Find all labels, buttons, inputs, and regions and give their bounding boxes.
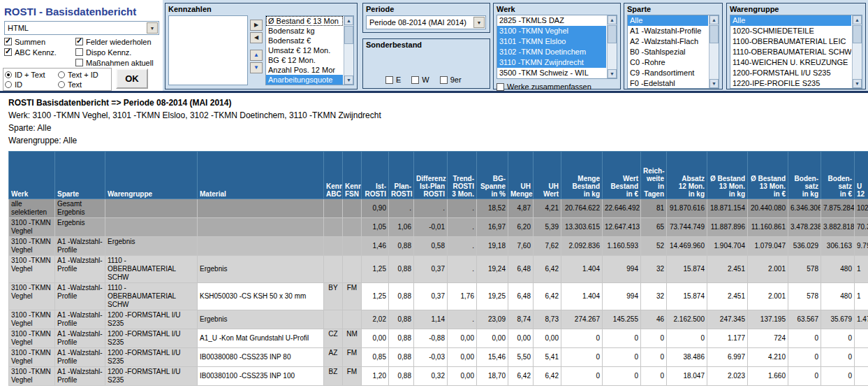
- scrollbar-track[interactable]: [853, 44, 862, 79]
- scroll-up-icon[interactable]: ▲: [709, 15, 719, 24]
- scrollbar-thumb[interactable]: [709, 25, 719, 43]
- kennzahlen-available-list[interactable]: Ø Bestand € 13 MonBodensatz kgBodensatz …: [265, 15, 354, 85]
- scroll-down-icon[interactable]: ▼: [709, 79, 719, 88]
- list-option[interactable]: C0 -Rohre: [628, 57, 708, 68]
- list-option[interactable]: 1020-SCHMIEDETEILE: [730, 26, 851, 36]
- warengruppe-list[interactable]: Alle1020-SCHMIEDETEILE1100-OBERBAUMATERI…: [730, 15, 862, 89]
- scroll-down-icon[interactable]: ▼: [344, 76, 353, 85]
- checkbox-icon[interactable]: [4, 48, 12, 56]
- list-option[interactable]: BG € 12 Mon.: [266, 55, 343, 65]
- list-option[interactable]: 3102 -TKMN Doetinchem: [497, 47, 606, 57]
- checkbox-felder-wiederholen[interactable]: Felder wiederholen: [75, 38, 161, 46]
- table-cell: 0: [821, 386, 855, 387]
- checkbox-icon[interactable]: [385, 76, 393, 84]
- format-select[interactable]: HTML ▼: [4, 21, 159, 35]
- scrollbar-track[interactable]: [608, 44, 617, 69]
- checkbox-icon[interactable]: [75, 59, 83, 66]
- column-header-3: Material: [198, 152, 324, 199]
- list-option[interactable]: 1220-IPE-PROFILE S235: [730, 78, 851, 89]
- table-cell: 0: [603, 367, 641, 386]
- list-option[interactable]: 1140-WEICHEN U. KREUZUNGE: [730, 57, 851, 68]
- table-cell: 63.567: [788, 310, 821, 329]
- checkbox-werke-zusammenfassen[interactable]: Werke zusammenfassen: [496, 82, 617, 91]
- checkbox-icon[interactable]: [440, 76, 448, 84]
- warengruppe-scrollbar[interactable]: ▲ ▼: [852, 15, 862, 88]
- list-option[interactable]: Umsatz € 12 Mon.: [266, 45, 343, 55]
- list-option[interactable]: Anzahl Pos. 12 Mor: [266, 65, 343, 75]
- list-option[interactable]: 3100 -TKMN Veghel: [497, 26, 606, 36]
- scroll-down-icon[interactable]: ▼: [608, 69, 617, 78]
- checkbox-icon[interactable]: [496, 83, 504, 91]
- checkbox-abc-kennz[interactable]: ABC Kennz.: [4, 48, 73, 57]
- list-option[interactable]: Alle: [628, 15, 708, 26]
- scroll-up-icon[interactable]: ▲: [344, 16, 353, 25]
- list-option[interactable]: A1 -Walzstahl-Profile: [628, 26, 708, 36]
- scrollbar-track[interactable]: [709, 44, 719, 79]
- scrollbar-thumb[interactable]: [344, 26, 353, 44]
- list-option[interactable]: Anarbeitungsquote: [266, 75, 343, 85]
- kennzahlen-scrollbar[interactable]: ▲ ▼: [344, 16, 353, 85]
- radio-id[interactable]: ID: [5, 80, 58, 89]
- radio-text[interactable]: Text: [58, 80, 110, 89]
- table-cell: 3100 -TKMN Veghel: [9, 237, 55, 256]
- ok-button[interactable]: OK: [116, 69, 148, 89]
- list-option[interactable]: 1200-FORMSTAHL I/U S235: [730, 68, 851, 78]
- table-cell: 1,20: [362, 367, 389, 386]
- table-cell: 0: [561, 348, 603, 367]
- checkbox-e[interactable]: E: [385, 76, 401, 84]
- table-cell: 0: [641, 348, 667, 367]
- sparte-scrollbar[interactable]: ▲ ▼: [709, 15, 719, 88]
- werk-list[interactable]: 2825 -TKMLS DAZ3100 -TKMN Veghel3101 -TK…: [496, 15, 617, 79]
- list-option[interactable]: 2825 -TKMLS DAZ: [497, 15, 606, 26]
- list-option[interactable]: Alle: [730, 15, 851, 26]
- scrollbar-thumb[interactable]: [853, 25, 862, 43]
- radio-id-text[interactable]: ID + Text: [5, 71, 58, 79]
- checkbox-icon[interactable]: [75, 48, 83, 56]
- radio-icon[interactable]: [5, 71, 12, 78]
- table-cell: 7,62: [534, 237, 561, 256]
- column-header-16: Absatz 12 Mon. in kg: [667, 152, 707, 199]
- kennzahlen-selected-list[interactable]: [168, 15, 248, 85]
- scroll-down-icon[interactable]: ▼: [853, 79, 862, 88]
- list-option[interactable]: A2 -Walzstahl-Flach: [628, 36, 708, 47]
- list-option[interactable]: Bodensatz €: [266, 36, 343, 45]
- table-cell: 274.267: [561, 310, 603, 329]
- werk-scrollbar[interactable]: ▲ ▼: [607, 15, 617, 78]
- list-option[interactable]: 3110 -TKMN Zwijndrecht: [497, 57, 606, 68]
- checkbox-icon[interactable]: [411, 76, 419, 84]
- checkbox-massnahmen-aktuell[interactable]: Maßnahmen aktuell: [75, 59, 161, 67]
- table-cell: 5,50: [508, 348, 534, 367]
- checkbox-summen[interactable]: Summen: [4, 38, 73, 46]
- checkbox-dispo-kennz[interactable]: Dispo Kennz.: [75, 48, 161, 57]
- chevron-down-icon[interactable]: ▼: [473, 17, 485, 28]
- radio-icon[interactable]: [58, 81, 65, 88]
- move-up-button[interactable]: ▲: [250, 50, 263, 61]
- move-left-button[interactable]: ◀: [250, 32, 263, 43]
- scrollbar-track[interactable]: [344, 45, 353, 76]
- checkbox-icon[interactable]: [4, 38, 12, 45]
- checkbox-w[interactable]: W: [411, 76, 429, 84]
- radio-icon[interactable]: [58, 71, 65, 78]
- periode-select[interactable]: Periode 08-2014 (MAI 2014) ▼: [366, 15, 486, 29]
- checkbox-icon[interactable]: [75, 38, 83, 45]
- list-option[interactable]: 3101 -TKMN Elsloo: [497, 36, 606, 47]
- chevron-down-icon[interactable]: ▼: [147, 22, 158, 34]
- list-option[interactable]: 1110-OBERBAUMATERIAL SCHW: [730, 47, 851, 57]
- list-option[interactable]: F0 -Edelstahl: [628, 78, 708, 89]
- scroll-up-icon[interactable]: ▲: [853, 15, 862, 24]
- move-right-button[interactable]: ▶: [250, 20, 263, 31]
- sparte-list[interactable]: AlleA1 -Walzstahl-ProfileA2 -Walzstahl-F…: [627, 15, 719, 89]
- checkbox-9er[interactable]: 9er: [440, 76, 462, 84]
- radio-text-id[interactable]: Text + ID: [58, 71, 110, 79]
- table-cell: 6.346.306: [788, 199, 821, 218]
- move-down-button[interactable]: ▼: [250, 62, 263, 73]
- list-option[interactable]: 3500 -TKM Schweiz - WIL: [497, 68, 606, 78]
- list-option[interactable]: B0 -Stahlspezial: [628, 47, 708, 57]
- list-option[interactable]: 1100-OBERBAUMATERIAL LEIC: [730, 36, 851, 47]
- list-option[interactable]: C9 -Randsortiment: [628, 68, 708, 78]
- list-option[interactable]: Ø Bestand € 13 Mon: [266, 16, 343, 26]
- radio-icon[interactable]: [5, 81, 12, 88]
- scroll-up-icon[interactable]: ▲: [608, 15, 617, 24]
- list-option[interactable]: Bodensatz kg: [266, 26, 343, 36]
- scrollbar-thumb[interactable]: [608, 25, 617, 43]
